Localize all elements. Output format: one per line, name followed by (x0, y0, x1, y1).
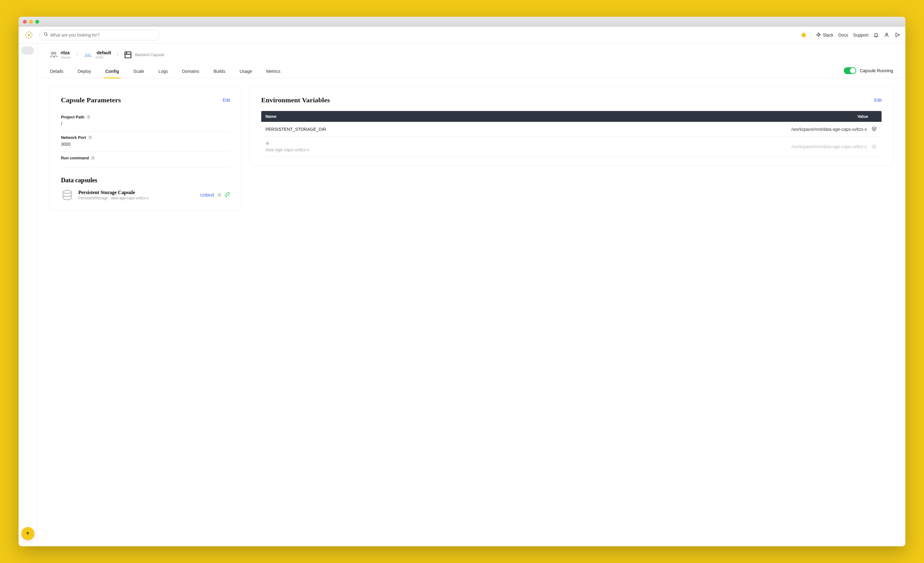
capsule-status-label: Capsule Running (860, 68, 893, 73)
svg-point-15 (886, 33, 888, 35)
tab-builds[interactable]: Builds (213, 66, 226, 78)
breadcrumb-capsule-name: Backend Capsule (135, 53, 164, 57)
slack-link[interactable]: Slack (816, 32, 833, 38)
maximize-window-button[interactable] (35, 20, 39, 24)
breadcrumb-org-name: ritza (61, 50, 70, 56)
topbar-right: Slack Docs Support (801, 32, 900, 38)
svg-point-0 (28, 31, 29, 33)
link-icon (225, 192, 230, 198)
tab-config[interactable]: Config (105, 66, 120, 78)
help-icon[interactable]: ? (217, 193, 222, 197)
svg-line-10 (46, 35, 47, 36)
environment-variables-card: Environment Variables Edit Name Value PE… (250, 87, 893, 167)
svg-marker-23 (872, 144, 876, 147)
capsule-running-toggle[interactable] (844, 67, 856, 74)
main-content: ritza Owner / ·default OVH / (37, 44, 906, 546)
svg-point-16 (51, 53, 53, 54)
svg-point-8 (28, 34, 29, 36)
slack-icon (816, 32, 821, 38)
data-capsules-title: Data capsules (61, 177, 230, 184)
provider-icon (83, 51, 93, 58)
svg-rect-11 (817, 34, 818, 35)
unbind-link[interactable]: Unbind (200, 192, 214, 198)
env-table-header: Name Value (261, 111, 882, 122)
help-icon[interactable]: ? (91, 156, 95, 160)
tab-deploy[interactable]: Deploy (77, 66, 92, 78)
brand-logo[interactable] (24, 30, 33, 40)
breadcrumb-sep: / (76, 52, 78, 58)
edit-parameters-link[interactable]: Edit (223, 98, 230, 103)
close-window-button[interactable] (23, 20, 27, 24)
search-box[interactable] (39, 30, 160, 40)
help-icon[interactable]: ? (88, 135, 92, 140)
data-capsule-item: Persistent Storage Capsule PersistentSto… (61, 189, 230, 201)
search-icon (44, 32, 48, 38)
docs-link[interactable]: Docs (838, 33, 848, 38)
env-var-value: /workspace/mnt/data-age-caps-uvltzs-x (567, 127, 867, 132)
capsule-parameters-card: Capsule Parameters Edit Project Path ? /… (50, 87, 242, 211)
tab-details[interactable]: Details (50, 66, 64, 78)
project-path-field: Project Path ? / (61, 111, 230, 131)
svg-point-6 (26, 37, 27, 38)
breadcrumb-sep: / (117, 52, 118, 58)
svg-point-17 (54, 53, 56, 54)
project-path-value: / (61, 121, 230, 126)
svg-rect-18 (125, 52, 131, 58)
breadcrumb-org[interactable]: ritza Owner (50, 50, 70, 60)
project-path-label: Project Path (61, 115, 85, 119)
svg-point-9 (44, 33, 47, 35)
lock-icon (266, 141, 270, 146)
env-col-name: Name (266, 114, 567, 119)
search-input[interactable] (50, 33, 155, 38)
env-var-value: /workspace/mnt/data-age-caps-uvltzs-x (567, 144, 867, 149)
storage-icon (61, 189, 74, 201)
topbar: Slack Docs Support (19, 27, 906, 44)
network-port-value: 3000 (61, 142, 230, 147)
env-title: Environment Variables (261, 96, 330, 104)
support-link[interactable]: Support (853, 33, 868, 38)
breadcrumb-org-role: Owner (61, 56, 70, 60)
breadcrumb-provider[interactable]: ·default OVH (83, 50, 111, 60)
data-capsule-id: data-age-caps-uvltzs-x (111, 196, 148, 200)
svg-point-4 (26, 32, 27, 33)
tab-scale[interactable]: Scale (133, 66, 145, 78)
svg-rect-14 (818, 35, 819, 36)
breadcrumb-capsule[interactable]: Backend Capsule (124, 51, 164, 59)
svg-point-2 (25, 35, 26, 36)
run-command-field: Run command ? (61, 152, 230, 167)
tab-logs[interactable]: Logs (158, 66, 168, 78)
edit-env-link[interactable]: Edit (874, 98, 882, 103)
theme-toggle[interactable] (801, 32, 811, 38)
sidebar-collapsed-item[interactable] (21, 47, 34, 54)
layers-icon[interactable] (872, 144, 877, 150)
breadcrumb: ritza Owner / ·default OVH / (37, 44, 906, 63)
tab-usage[interactable]: Usage (239, 66, 252, 78)
env-var-name: data-age-caps-uvltzs-x (266, 147, 565, 152)
logout-icon[interactable] (894, 32, 900, 38)
svg-rect-13 (818, 33, 819, 34)
env-var-name: PERSISTENT_STORAGE_DIR (266, 127, 565, 132)
slack-label: Slack (823, 33, 833, 38)
svg-point-7 (30, 37, 32, 38)
layers-icon[interactable] (872, 126, 877, 132)
help-icon[interactable]: ? (87, 115, 91, 119)
tab-metrics[interactable]: Metrics (266, 66, 281, 78)
capsule-parameters-title: Capsule Parameters (61, 96, 121, 104)
capsule-icon (124, 51, 132, 59)
user-icon[interactable] (884, 32, 889, 38)
svg-point-21 (63, 190, 71, 194)
add-button[interactable]: + (21, 527, 34, 540)
app-window: Slack Docs Support + (19, 17, 906, 546)
data-capsule-title: Persistent Storage Capsule (78, 190, 195, 195)
env-row[interactable]: data-age-caps-uvltzs-x /workspace/mnt/da… (261, 137, 882, 157)
env-row[interactable]: PERSISTENT_STORAGE_DIR /workspace/mnt/da… (261, 122, 882, 137)
minimize-window-button[interactable] (29, 20, 33, 24)
breadcrumb-provider-sub: OVH (96, 56, 111, 60)
svg-point-3 (31, 35, 33, 36)
svg-marker-22 (872, 127, 876, 129)
tab-domains[interactable]: Domains (182, 66, 200, 78)
svg-point-5 (30, 32, 32, 33)
svg-rect-12 (819, 34, 820, 35)
breadcrumb-provider-name: ·default (96, 50, 111, 56)
bell-icon[interactable] (873, 32, 879, 38)
